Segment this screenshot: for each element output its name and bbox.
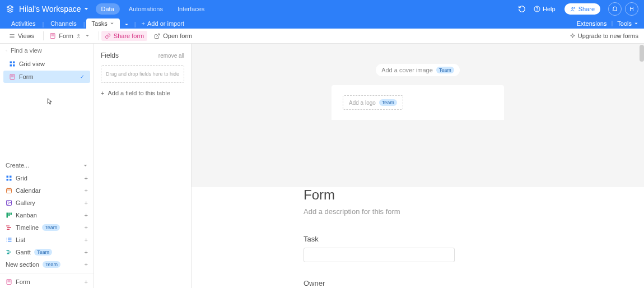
chevron-down-icon	[124, 22, 129, 27]
task-input[interactable]	[304, 248, 455, 262]
hide-fields-dropzone[interactable]: Drag and drop fields here to hide	[101, 65, 184, 83]
workspace-name[interactable]: Hilal's Workspace	[19, 4, 81, 13]
svg-rect-17	[10, 176, 12, 178]
gallery-icon	[6, 199, 12, 206]
notifications-button[interactable]	[608, 2, 622, 16]
svg-rect-23	[7, 213, 8, 218]
svg-rect-9	[10, 62, 12, 64]
plus-icon: +	[85, 249, 88, 256]
svg-rect-6	[52, 36, 54, 36]
plus-icon: +	[85, 224, 88, 231]
plus-icon: +	[85, 199, 88, 206]
form-icon	[9, 73, 16, 80]
main-area: Grid viewForm✓ Create... Grid+Calendar+G…	[0, 44, 644, 288]
svg-rect-25	[11, 213, 12, 215]
help-icon	[534, 6, 540, 12]
view-search[interactable]	[0, 44, 94, 57]
create-timeline[interactable]: TimelineTeam+	[0, 221, 94, 234]
gantt-icon	[6, 249, 12, 256]
svg-point-22	[8, 202, 9, 203]
team-badge: Team	[42, 224, 60, 231]
add-field-button[interactable]: + Add a field to this table	[101, 90, 184, 96]
create-label: Kanban	[16, 212, 37, 219]
view-search-input[interactable]	[11, 47, 88, 54]
avatar[interactable]: H	[625, 2, 638, 16]
svg-rect-24	[8, 213, 10, 216]
create-form-button[interactable]: Form +	[0, 276, 94, 288]
extensions-button[interactable]: Extensions	[577, 20, 607, 27]
chevron-down-icon	[634, 21, 638, 26]
tab-tasks[interactable]: Tasks	[86, 18, 120, 29]
view-label: Grid view	[19, 61, 45, 67]
view-grid[interactable]: Grid view	[3, 58, 90, 70]
timeline-icon	[6, 224, 12, 231]
create-grid[interactable]: Grid+	[0, 172, 94, 184]
nav-data[interactable]: Data	[96, 3, 120, 15]
form-title[interactable]: Form	[304, 187, 532, 203]
nav-interfaces[interactable]: Interfaces	[172, 3, 210, 15]
team-badge: Team	[379, 99, 397, 106]
svg-rect-16	[7, 176, 9, 178]
kanban-icon	[6, 212, 12, 219]
create-list[interactable]: List+	[0, 234, 94, 246]
tab-activities[interactable]: Activities	[6, 18, 41, 29]
remove-all-button[interactable]: remove all	[158, 53, 184, 59]
create-calendar[interactable]: Calendar+	[0, 184, 94, 197]
svg-rect-19	[10, 179, 12, 181]
chevron-down-icon	[85, 34, 90, 38]
svg-point-2	[571, 7, 573, 9]
open-form-button[interactable]: Open form	[151, 31, 195, 41]
menu-icon	[9, 33, 15, 39]
svg-rect-14	[11, 76, 14, 76]
add-cover-button[interactable]: Add a cover image Team	[376, 64, 460, 76]
add-table-button[interactable]: + Add or import	[137, 18, 189, 29]
plus-icon: +	[85, 261, 88, 268]
tab-channels[interactable]: Channels	[45, 18, 82, 29]
check-icon: ✓	[80, 74, 85, 80]
views-button[interactable]: Views	[6, 31, 38, 41]
chevron-down-icon[interactable]	[83, 6, 89, 12]
create-gantt[interactable]: GanttTeam+	[0, 246, 94, 258]
form-field-owner: Owner	[304, 279, 532, 288]
calendar-icon	[6, 187, 12, 194]
field-label: Owner	[304, 279, 532, 287]
svg-rect-26	[6, 226, 10, 227]
create-gallery[interactable]: Gallery+	[0, 197, 94, 209]
svg-point-29	[7, 238, 7, 239]
tab-dropdown[interactable]	[120, 21, 133, 29]
plus-icon: +	[85, 278, 88, 285]
sparkle-icon	[570, 33, 576, 39]
create-label: Timeline	[16, 224, 39, 231]
fields-panel: Fields remove all Drag and drop fields h…	[94, 44, 192, 288]
share-button[interactable]: Share	[564, 3, 600, 15]
plus-icon: +	[85, 175, 88, 182]
team-badge: Team	[34, 249, 52, 256]
svg-rect-33	[8, 252, 11, 253]
svg-point-7	[78, 34, 80, 36]
upgrade-forms-button[interactable]: Upgrade to new forms	[570, 32, 638, 39]
plus-icon: +	[85, 212, 88, 219]
plus-icon: +	[101, 90, 104, 96]
svg-rect-34	[7, 253, 10, 254]
svg-rect-12	[13, 64, 15, 67]
svg-point-31	[7, 241, 7, 242]
chevron-down-icon	[110, 21, 114, 26]
help-button[interactable]: Help	[534, 6, 556, 12]
table-tabs: Activities | Channels | Tasks | + Add or…	[0, 18, 644, 29]
new-section-button[interactable]: New section Team +	[0, 258, 94, 271]
create-kanban[interactable]: Kanban+	[0, 209, 94, 221]
create-label: List	[16, 236, 25, 243]
form-field-task: Task	[304, 235, 532, 262]
add-logo-button[interactable]: Add a logo Team	[343, 95, 403, 110]
form-description[interactable]: Add a description for this form	[304, 207, 532, 216]
create-label: Grid	[16, 175, 27, 182]
nav-automations[interactable]: Automations	[123, 3, 169, 15]
share-form-button[interactable]: Share form	[101, 31, 147, 41]
create-section-header[interactable]: Create...	[0, 159, 94, 172]
plus-icon: +	[85, 187, 88, 194]
current-view[interactable]: Form	[46, 31, 93, 41]
tools-button[interactable]: Tools	[617, 20, 638, 27]
plus-icon: +	[85, 236, 88, 243]
view-form[interactable]: Form✓	[3, 71, 90, 83]
history-icon[interactable]	[518, 5, 526, 13]
